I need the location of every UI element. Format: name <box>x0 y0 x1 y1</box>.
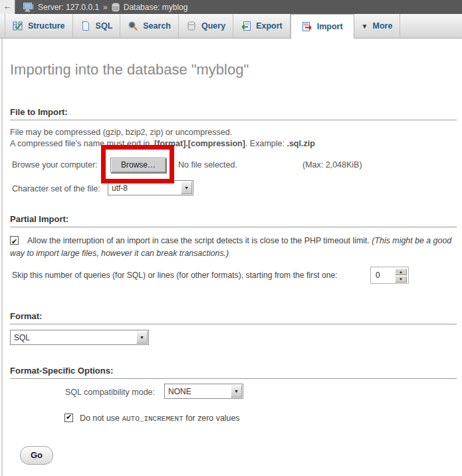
auto-increment-text-prefix: Do not use <box>80 414 122 423</box>
breadcrumb-server-label[interactable]: Server: 127.0.0.1 <box>38 3 99 12</box>
database-icon <box>112 3 120 12</box>
format-pattern-text: .[format].[compression] <box>152 139 245 148</box>
content-left-border <box>1 39 3 476</box>
spinner-buttons: ▲ ▼ <box>395 269 407 283</box>
breadcrumb: Server: 127.0.0.1 » Database: myblog <box>23 3 187 12</box>
allow-interruption-row: Allow the interruption of an import in c… <box>10 235 457 260</box>
allow-interruption-text: Allow the interruption of an import in c… <box>27 236 372 245</box>
structure-icon <box>13 21 23 31</box>
select-arrow-icon[interactable]: ▼ <box>181 181 192 194</box>
spinner-down-button[interactable]: ▼ <box>395 276 407 283</box>
server-monitor-icon <box>23 3 34 12</box>
spinner-value[interactable]: 0 <box>371 271 395 280</box>
breadcrumb-bar: ← Server: 127.0.0.1 » Database: mybl <box>0 0 462 14</box>
sql-compatibility-select[interactable]: NONE ▼ <box>164 384 243 399</box>
skip-queries-label: Skip this number of queries (for SQL) or… <box>12 271 338 280</box>
tab-more[interactable]: ▼ More <box>354 14 401 38</box>
select-arrow-icon[interactable]: ▼ <box>231 385 242 398</box>
line2-mid: . Example: <box>245 139 287 148</box>
format-select[interactable]: SQL ▼ <box>10 330 149 345</box>
tab-search[interactable]: Search <box>120 14 179 38</box>
line2-prefix: A compressed file's name must end in <box>10 139 152 148</box>
tab-sql[interactable]: SQL <box>73 14 121 38</box>
import-icon <box>302 21 312 32</box>
tab-label: More <box>373 21 393 31</box>
export-icon <box>241 21 251 31</box>
sql-compatibility-label: SQL compatibility mode: <box>65 388 155 397</box>
back-button[interactable]: ← <box>0 0 15 14</box>
compression-info-line1: File may be compressed (gzip, bzip2, zip… <box>10 128 232 137</box>
auto-increment-row: Do not use AUTO_INCREMENT for zero value… <box>64 414 240 423</box>
tab-bar: Structure SQL Search <box>0 14 462 39</box>
no-file-selected-text: No file selected. <box>178 160 237 170</box>
tab-export[interactable]: Export <box>233 14 290 38</box>
compression-info-text: File may be compressed (gzip, bzip2, zip… <box>10 127 315 149</box>
skip-queries-spinner[interactable]: 0 ▲ ▼ <box>370 267 409 284</box>
section-heading-partial-import: Partial Import: <box>10 214 457 227</box>
go-button[interactable]: Go <box>20 446 53 465</box>
charset-select[interactable]: utf-8 ▼ <box>108 180 193 195</box>
browse-button[interactable]: Browse… <box>110 158 166 173</box>
tab-label: Export <box>256 21 283 31</box>
phpmyadmin-import-page: ← Server: 127.0.0.1 » Database: mybl <box>0 0 462 476</box>
max-size-text: (Max: 2,048KiB) <box>302 160 362 170</box>
section-heading-file-to-import: File to Import: <box>10 107 457 120</box>
chevron-down-icon: ▼ <box>362 23 368 30</box>
compression-info-line2: A compressed file's name must end in .[f… <box>10 139 315 148</box>
breadcrumb-separator: » <box>103 3 108 12</box>
tab-import[interactable]: Import <box>290 14 354 39</box>
breadcrumb-database-label[interactable]: Database: myblog <box>124 3 188 12</box>
charset-selected-value: utf-8 <box>108 183 180 193</box>
tab-label: SQL <box>96 21 113 31</box>
query-database-icon <box>186 21 197 31</box>
tab-label: Search <box>143 21 171 31</box>
sql-page-icon <box>80 21 91 31</box>
spinner-up-button[interactable]: ▲ <box>395 269 407 275</box>
tab-query[interactable]: Query <box>179 14 233 38</box>
section-heading-format: Format: <box>10 311 457 324</box>
select-arrow-icon[interactable]: ▼ <box>136 331 148 344</box>
auto-increment-checkbox[interactable] <box>64 414 73 422</box>
tab-label: Query <box>201 21 225 31</box>
auto-increment-code: AUTO_INCREMENT <box>122 415 183 423</box>
tab-structure[interactable]: Structure <box>5 14 73 38</box>
search-icon <box>128 21 138 31</box>
page-title: Importing into the database "myblog" <box>10 61 249 78</box>
browse-your-computer-label: Browse your computer: <box>12 160 98 170</box>
charset-label: Character set of the file: <box>12 184 100 193</box>
format-selected-value: SQL <box>11 333 136 342</box>
tab-label: Structure <box>28 21 65 31</box>
tab-label: Import <box>317 22 343 31</box>
section-heading-format-specific-options: Format-Specific Options: <box>10 366 457 379</box>
allow-interruption-checkbox[interactable] <box>10 236 19 245</box>
example-extension-text: .sql.zip <box>287 139 314 148</box>
sql-compatibility-selected-value: NONE <box>165 387 230 396</box>
auto-increment-text-suffix: for zero values <box>183 414 240 423</box>
